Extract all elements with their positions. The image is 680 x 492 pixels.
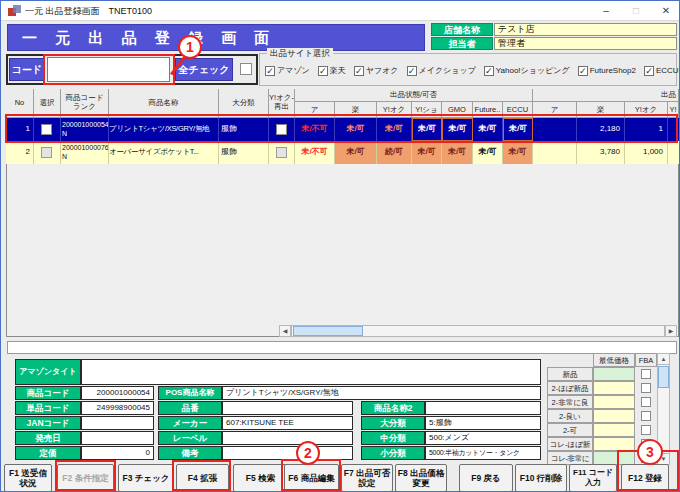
f3-check-button[interactable]: F3 チェック — [118, 464, 174, 492]
release-date-field[interactable] — [81, 431, 154, 445]
site-checkbox-yafuoku[interactable]: ✓ヤフオク — [354, 65, 399, 76]
cond-price-acceptable[interactable] — [593, 423, 635, 437]
f5-search-button[interactable]: F5 検索 — [233, 464, 288, 492]
price-amazon — [533, 118, 577, 141]
f2-condition-button[interactable]: F2 条件指定 — [57, 464, 114, 492]
minimize-icon[interactable]: – — [593, 1, 619, 21]
minor-category-field[interactable]: 5000:半袖カットソー・タンク — [425, 446, 541, 460]
site-select-label: 出品サイト選択 — [267, 48, 333, 60]
status-eccube: 未/可 — [503, 141, 533, 164]
cond-fba-checkbox[interactable] — [641, 411, 651, 421]
maximize-icon[interactable]: □ — [623, 1, 649, 21]
middle-category-field[interactable]: 500:メンズ — [425, 431, 541, 445]
jan-code-field[interactable] — [81, 416, 154, 430]
app-icon — [8, 5, 21, 18]
row-code: 200001000054 N — [61, 118, 109, 141]
pos-name-label: POS商品名称 — [158, 386, 222, 400]
col-header-price-amazon: ア — [533, 102, 577, 118]
site-checkbox-futureshop2[interactable]: ✓FutureShop2 — [578, 66, 636, 76]
site-checkbox-yahoo-shopping[interactable]: ✓Yahoo!ショッピング — [484, 65, 570, 76]
label-label: レーベル — [158, 431, 222, 445]
site-checkbox-makeshop[interactable]: ✓メイクショップ — [407, 65, 476, 76]
horizontal-scrollbar-thumb[interactable] — [293, 326, 363, 336]
product-code-field[interactable]: 200001000054 — [81, 386, 154, 400]
site-checkbox-amazon[interactable]: ✓アマゾン — [265, 65, 310, 76]
remarks-field[interactable] — [222, 446, 353, 460]
price-amazon — [533, 141, 577, 164]
f4-extend-button[interactable]: F4 拡張 — [176, 464, 229, 492]
cond-fba-checkbox[interactable] — [641, 439, 651, 449]
fba-header: FBA — [635, 353, 657, 367]
col-header-price-rakuten: 楽 — [577, 102, 625, 118]
site-checkbox-eccube[interactable]: ✓ECCUBE — [644, 66, 680, 76]
check-icon: ✓ — [644, 66, 654, 76]
close-icon[interactable]: ✕ — [653, 1, 679, 21]
vertical-scrollbar-thumb[interactable] — [658, 366, 669, 388]
cond-price-good[interactable] — [593, 409, 635, 423]
row-relist-checkbox[interactable] — [276, 124, 287, 135]
f1-send-receive-button[interactable]: F1 送受信状況 — [4, 464, 52, 492]
cond-fba-checkbox[interactable] — [641, 369, 651, 379]
cond-fba-checkbox[interactable] — [641, 425, 651, 435]
cond-price-new[interactable] — [593, 367, 635, 381]
check-icon: ✓ — [318, 66, 328, 76]
product-name2-field[interactable] — [425, 401, 541, 415]
list-price-field[interactable]: 0 — [81, 446, 154, 460]
check-all-checkbox[interactable] — [240, 63, 252, 75]
item-number-field[interactable] — [222, 401, 353, 415]
f7-listing-permission-button[interactable]: F7 出品可否設定 — [341, 464, 393, 492]
cond-price-very-good[interactable] — [593, 395, 635, 409]
col-header-relist: Y!オク- 再出 — [269, 89, 295, 118]
status-yauc: 続/可 — [377, 141, 412, 164]
f9-back-button[interactable]: F9 戻る — [459, 464, 513, 492]
f10-delete-row-button[interactable]: F10 行削除 — [515, 464, 567, 492]
group-header-status: 出品状態/可否 — [295, 89, 533, 102]
label-field[interactable] — [222, 431, 353, 445]
major-category-field[interactable]: 5:服飾 — [425, 416, 541, 430]
cond-fba-checkbox[interactable] — [641, 383, 651, 393]
status-yauc: 未/可 — [377, 118, 412, 141]
row-name: オーバーサイズポケットT... — [109, 141, 219, 164]
cond-price-coll-very-good[interactable] — [593, 451, 635, 465]
table-row[interactable]: 2 200001000076 N オーバーサイズポケットT... 服飾 未/不可… — [6, 141, 679, 164]
app-window: 一元 出品登録画面 TNET0100 – □ ✕ 一 元 出 品 登 録 画 面… — [0, 0, 680, 492]
row-select-checkbox[interactable] — [41, 124, 52, 135]
unit-code-field[interactable]: 249998900045 — [81, 401, 154, 415]
col-header-price-yauc: Y!オク — [625, 102, 668, 118]
f8-price-change-button[interactable]: F8 出品価格変更 — [395, 464, 447, 492]
row-relist-cell — [269, 118, 295, 141]
col-header-status-eccube: ECCU — [503, 102, 533, 118]
f6-edit-product-button[interactable]: F6 商品編集 — [284, 464, 339, 492]
f11-code-input-button[interactable]: F11 コード入力 — [569, 464, 617, 492]
f12-register-button[interactable]: F12 登録 — [621, 464, 669, 492]
cond-fba-checkbox[interactable] — [641, 397, 651, 407]
scroll-right-icon[interactable]: ▶ — [665, 325, 677, 337]
min-price-header: 最低価格 — [593, 353, 635, 367]
check-icon: ✓ — [354, 66, 364, 76]
amazon-title-field[interactable] — [81, 359, 541, 385]
cond-fba-checkbox[interactable] — [641, 453, 651, 463]
col-header-code: 商品コード ランク — [61, 89, 109, 118]
status-gmo: 未/可 — [442, 118, 473, 141]
row-select-checkbox[interactable] — [41, 147, 52, 158]
pos-name-field[interactable]: プリントTシャツ/XS/GRY/無地 — [222, 386, 541, 400]
site-checkbox-rakuten[interactable]: ✓楽天 — [318, 65, 346, 76]
code-input[interactable] — [47, 57, 170, 82]
row-relist-checkbox[interactable] — [276, 147, 287, 158]
store-name-field[interactable]: テスト店 — [494, 23, 677, 36]
scroll-up-icon[interactable]: ▲ — [657, 353, 670, 365]
scroll-left-icon[interactable]: ◀ — [279, 325, 291, 337]
major-category-label: 大分類 — [361, 416, 425, 430]
maker-field[interactable]: 607:KITSUNE TEE — [222, 416, 353, 430]
cond-price-coll-like-new[interactable] — [593, 437, 635, 451]
check-all-button[interactable]: 全チェック — [175, 58, 233, 81]
status-strip — [7, 341, 677, 354]
col-header-status-yauc: Y!オク — [377, 102, 412, 118]
person-label: 担当者 — [431, 37, 493, 50]
price-rakuten: 3,780 — [577, 141, 625, 164]
check-icon: ✓ — [484, 66, 494, 76]
cond-price-like-new[interactable] — [593, 381, 635, 395]
col-header-status-yshop: Y!ショ — [412, 102, 442, 118]
table-row[interactable]: 1 200001000054 N プリントTシャツ/XS/GRY/無地 服飾 未… — [6, 118, 679, 141]
person-field[interactable]: 管理者 — [494, 37, 677, 50]
